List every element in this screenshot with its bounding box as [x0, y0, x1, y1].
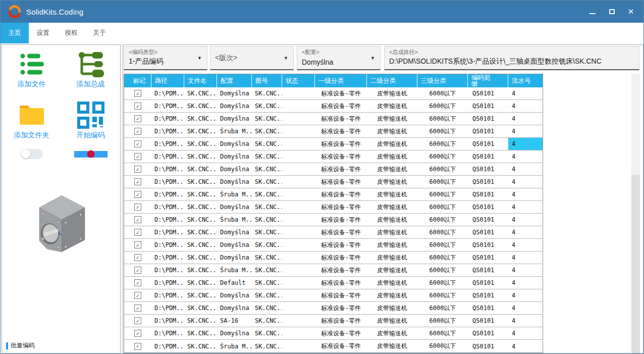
table-row[interactable]: ✓D:\PDM...SK.CNC....DomyślnaSK.CNC...标准设… [124, 113, 543, 125]
tab-about[interactable]: 关于 [85, 23, 114, 43]
cell [282, 176, 315, 188]
serial-cell[interactable]: 4 [508, 277, 543, 289]
add-assembly-button[interactable]: 添加总成 [61, 50, 120, 89]
serial-cell[interactable]: 4 [508, 100, 543, 112]
table-row[interactable]: ✓D:\PDM...SK.CNC....DomyślnaSK.CNC...标准设… [124, 150, 543, 163]
column-header[interactable]: 三级分类 [417, 74, 468, 87]
table-row[interactable]: ✓D:\PDM...SK.CNC....DefaultSK.CNC...标准设备… [124, 277, 543, 289]
column-header[interactable]: 文件名 [184, 74, 217, 87]
row-checkbox[interactable]: ✓ [134, 292, 141, 299]
row-checkbox[interactable]: ✓ [134, 204, 141, 211]
table-row[interactable]: ✓D:\PDM...SK.CNC....DomyślnaSK.CNC...标准设… [124, 251, 543, 264]
filter-encoding-type[interactable]: <编码类型> 1-产品编码 ▼ [124, 46, 207, 70]
cell: D:\PDM... [151, 264, 184, 276]
serial-cell[interactable]: 4 [508, 214, 543, 226]
cell: 6000以下 [417, 315, 468, 327]
maximize-button[interactable] [606, 6, 617, 17]
table-row[interactable]: ✓D:\PDM...SK.CNC....Śruba M...SK.CNC...标… [124, 264, 543, 277]
filter-configuration[interactable]: <配置> Domyślna ▼ [297, 46, 381, 70]
row-checkbox[interactable]: ✓ [134, 191, 141, 198]
column-header[interactable]: 状态 [282, 74, 315, 87]
row-checkbox[interactable]: ✓ [134, 305, 141, 312]
serial-cell[interactable]: 4 [508, 113, 543, 125]
table-row[interactable]: ✓D:\PDM...SK.CNC....DomyślnaSK.CNC...标准设… [124, 289, 543, 302]
row-checkbox[interactable]: ✓ [134, 279, 141, 286]
add-file-button[interactable]: 添加文件 [2, 50, 61, 89]
table-row[interactable]: ✓D:\PDM...SK.CNC....Śruba M...SK.CNC...标… [124, 214, 543, 226]
close-button[interactable] [625, 6, 636, 17]
start-coding-button[interactable]: 开始编码 [61, 101, 120, 140]
column-header[interactable]: 流水号 [508, 74, 543, 87]
cell: SK.CNC... [252, 163, 282, 175]
filter-revision[interactable]: <版次> ▼ [210, 46, 294, 70]
table-row[interactable]: ✓D:\PDM...SK.CNC....DomyślnaSK.CNC...标准设… [124, 327, 543, 340]
main-panel: <编码类型> 1-产品编码 ▼ <版次> ▼ <配置> Domyślna ▼ <… [123, 44, 643, 353]
column-header[interactable]: 编码前缀 [468, 74, 508, 87]
table-row[interactable]: ✓D:\PDM...SK.CNC....DomyślnaSK.CNC...标准设… [124, 201, 543, 214]
table-row[interactable]: ✓D:\PDM...SK.CNC....SA-16SK.CNC...标准设备-零… [124, 315, 543, 327]
column-header[interactable]: 配置 [217, 74, 252, 87]
table-row[interactable]: ✓D:\PDM...SK.CNC....DomyślnaSK.CNC...标准设… [124, 163, 543, 176]
table-row[interactable]: ✓D:\PDM...SK.CNC....DomyślnaSK.CNC...标准设… [124, 226, 543, 239]
serial-cell[interactable]: 4 [508, 302, 543, 314]
row-checkbox[interactable]: ✓ [134, 216, 141, 223]
row-checkbox[interactable]: ✓ [134, 229, 141, 236]
tab-authorization[interactable]: 授权 [57, 23, 85, 43]
scrollbar-thumb[interactable] [631, 175, 640, 353]
column-header[interactable]: 标记 [124, 74, 151, 87]
row-checkbox[interactable]: ✓ [134, 153, 141, 160]
minimize-button[interactable] [587, 6, 598, 17]
serial-cell[interactable]: 4 [508, 251, 543, 264]
row-checkbox[interactable]: ✓ [134, 140, 141, 147]
serial-cell[interactable]: 4 [508, 315, 543, 327]
table-row[interactable]: ✓D:\PDM...SK.CNC....Śruba M...SK.CNC...标… [124, 188, 543, 201]
row-checkbox[interactable]: ✓ [134, 90, 141, 97]
cell: Domyślna [217, 150, 252, 163]
column-header[interactable]: 一级分类 [315, 74, 367, 87]
table-row[interactable]: ✓D:\PDM...SK.CNC....DomyślnaSK.CNC...标准设… [124, 176, 543, 188]
table-row[interactable]: ✓D:\PDM...SK.CNC....DomyślnaSK.CNC...标准设… [124, 239, 543, 251]
serial-cell[interactable]: 4 [508, 201, 543, 213]
filter-assembly-path[interactable]: <总成路径> D:\PDM\SOLIDKITS系统\3-产品设计\_三轴桌面型数… [384, 46, 639, 70]
tab-settings[interactable]: 设置 [29, 23, 57, 43]
row-checkbox[interactable]: ✓ [134, 115, 141, 122]
serial-cell[interactable]: 4 [508, 226, 543, 238]
vertical-scrollbar[interactable] [631, 74, 640, 353]
serial-cell[interactable]: 4 [508, 87, 543, 99]
cell: D:\PDM... [151, 302, 184, 314]
column-header[interactable]: 图号 [252, 74, 282, 87]
serial-cell[interactable]: 4 [508, 340, 543, 352]
serial-cell[interactable]: 4 [508, 264, 543, 276]
row-checkbox[interactable]: ✓ [134, 343, 141, 350]
serial-cell[interactable]: 4 [508, 163, 543, 175]
table-row[interactable]: ✓D:\PDM...SK.CNC....DomyślnaSK.CNC...标准设… [124, 302, 543, 315]
toggle-switch[interactable] [21, 149, 43, 159]
serial-cell[interactable]: 4 [508, 125, 543, 137]
row-checkbox[interactable]: ✓ [134, 178, 141, 185]
row-checkbox[interactable]: ✓ [134, 317, 141, 324]
column-header[interactable]: 二级分类 [367, 74, 417, 87]
serial-cell[interactable]: 4 [508, 239, 543, 251]
serial-cell[interactable]: 4 [508, 138, 543, 150]
serial-cell[interactable]: 4 [508, 289, 543, 301]
row-checkbox[interactable]: ✓ [134, 241, 141, 248]
cell: 皮带输送机 [367, 176, 417, 188]
row-checkbox[interactable]: ✓ [134, 330, 141, 337]
table-row[interactable]: ✓D:\PDM...SK.CNC....DomyślnaSK.CNC...标准设… [124, 138, 543, 150]
serial-cell[interactable]: 4 [508, 176, 543, 188]
serial-cell[interactable]: 4 [508, 150, 543, 163]
table-row[interactable]: ✓D:\PDM...SK.CNC....Śruba M...SK.CNC...标… [124, 125, 543, 138]
table-row[interactable]: ✓D:\PDM...SK.CNC....DomyślnaSK.CNC...标准设… [124, 100, 543, 113]
serial-cell[interactable]: 4 [508, 188, 543, 200]
row-checkbox[interactable]: ✓ [134, 166, 141, 173]
serial-cell[interactable]: 4 [508, 327, 543, 339]
table-row[interactable]: ✓D:\PDM...SK.CNC....DomyślnaSK.CNC...标准设… [124, 87, 543, 100]
row-checkbox[interactable]: ✓ [134, 267, 141, 274]
row-checkbox[interactable]: ✓ [134, 128, 141, 135]
column-header[interactable]: 路径 [151, 74, 184, 87]
tab-home[interactable]: 主页 [1, 23, 29, 43]
row-checkbox[interactable]: ✓ [134, 254, 141, 261]
table-row[interactable]: ✓D:\PDM...SK.CNC....Śruba M...SK.CNC...标… [124, 340, 543, 352]
row-checkbox[interactable]: ✓ [134, 103, 141, 110]
add-folder-button[interactable]: 添加文件夹 [2, 101, 61, 140]
